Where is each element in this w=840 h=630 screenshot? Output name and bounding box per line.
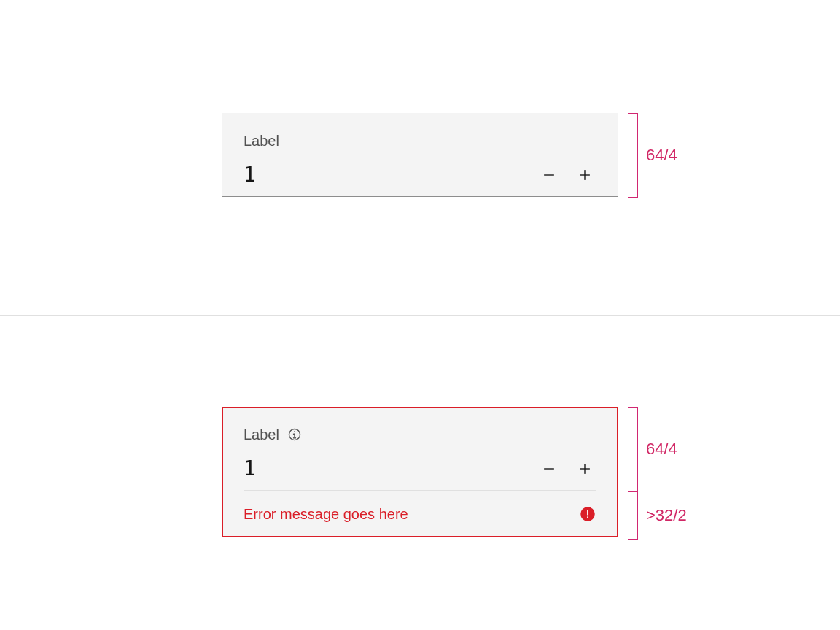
warning-filled-icon [579, 505, 596, 523]
svg-rect-0 [544, 174, 554, 175]
spec-annotation: >32/2 [646, 506, 687, 525]
label-row: Label [222, 407, 618, 448]
number-input-default: Label 1 [222, 113, 618, 197]
input-label: Label [244, 427, 279, 442]
plus-icon [577, 461, 593, 477]
svg-rect-7 [294, 431, 295, 432]
plus-icon [577, 167, 593, 183]
svg-rect-13 [587, 516, 588, 518]
minus-icon [541, 167, 557, 183]
spec-bracket [627, 113, 638, 198]
value-row: 1 [222, 448, 618, 490]
number-input-invalid: Label 1 [222, 407, 618, 537]
svg-rect-10 [584, 464, 585, 474]
input-value[interactable]: 1 [244, 165, 532, 185]
svg-rect-8 [544, 468, 554, 469]
decrement-button[interactable] [532, 158, 567, 192]
error-row: Error message goes here [222, 491, 618, 537]
stepper-controls [532, 451, 602, 486]
svg-rect-6 [293, 434, 295, 435]
spec-bracket [627, 491, 638, 540]
input-label: Label [244, 133, 279, 148]
svg-rect-2 [584, 170, 585, 180]
spec-bracket [627, 407, 638, 491]
spec-annotation: 64/4 [646, 440, 677, 459]
svg-rect-5 [293, 438, 296, 438]
example-divider [0, 315, 840, 316]
label-row: Label [222, 113, 618, 154]
increment-button[interactable] [567, 451, 602, 486]
value-row: 1 [222, 154, 618, 196]
minus-icon [541, 461, 557, 477]
svg-rect-12 [587, 510, 588, 516]
stepper-controls [532, 158, 602, 192]
spec-annotation: 64/4 [646, 146, 677, 165]
info-icon[interactable] [287, 427, 303, 443]
error-message: Error message goes here [244, 506, 408, 523]
increment-button[interactable] [567, 158, 602, 192]
decrement-button[interactable] [532, 451, 567, 486]
input-value[interactable]: 1 [244, 459, 532, 479]
